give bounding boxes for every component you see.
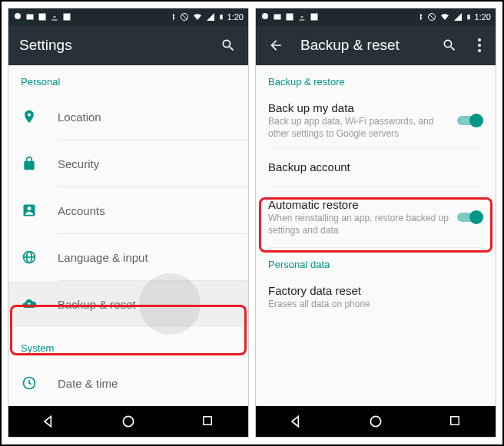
overflow-button[interactable] [474,36,485,55]
toggle-automatic-restore[interactable] [457,210,483,224]
svg-point-13 [123,416,133,426]
status-bar: 1:20 [256,8,496,25]
status-bar: 1:20 [8,8,248,25]
svg-rect-3 [64,14,71,21]
svg-rect-21 [467,15,469,19]
settings-list: Personal Location Security Accounts Lang… [8,65,248,406]
svg-rect-14 [204,417,212,425]
page-title: Settings [19,37,204,54]
lock-icon [21,155,38,172]
clock-icon [21,375,38,391]
mail-icon [25,12,35,21]
row-backup-account[interactable]: Backup account [256,148,496,187]
image-icon [285,12,294,21]
row-label: Date & time [58,377,118,390]
search-icon [220,38,236,53]
section-personal-data: Personal data [256,248,496,276]
status-time: 1:20 [227,12,244,21]
phone-left: 1:20 Settings Personal Location Security… [8,8,249,438]
svg-rect-26 [451,417,459,425]
item-desc: Erases all data on phone [268,299,483,311]
svg-point-23 [478,44,481,47]
row-label: Language & input [58,251,148,264]
row-label: Location [58,111,101,124]
row-automatic-restore[interactable]: Automatic restore When reinstalling an a… [256,187,496,247]
more-vert-icon [478,38,481,52]
section-backup-restore: Backup & restore [256,65,496,94]
item-title: Automatic restore [268,198,457,211]
signal-icon [453,12,463,21]
app-bar: Backup & reset [256,25,496,65]
svg-point-8 [28,206,32,210]
svg-point-24 [478,49,481,52]
row-security[interactable]: Security [8,140,248,187]
nav-bar [8,406,248,437]
nav-back-button[interactable] [41,414,56,429]
svg-rect-16 [274,15,281,20]
svg-rect-2 [39,14,46,21]
svg-point-22 [478,38,481,41]
row-date-time[interactable]: Date & time [8,360,248,406]
nav-back-button[interactable] [288,414,303,429]
item-title: Back up my data [268,101,457,114]
no-sim-icon [427,12,436,21]
hangouts-icon [13,12,22,21]
row-label: Accounts [58,204,105,217]
location-icon [21,108,38,125]
toggle-backup-my-data[interactable] [457,114,483,127]
phone-right: 1:20 Backup & reset Backup & restore Bac… [255,8,496,438]
row-label: Backup & reset [58,298,136,311]
row-language-input[interactable]: Language & input [8,234,248,280]
svg-point-0 [15,13,21,19]
globe-icon [21,249,38,266]
translate-icon [62,12,71,21]
row-factory-reset[interactable]: Factory data reset Erases all data on ph… [256,276,496,319]
touch-ripple [139,273,201,335]
row-backup-reset[interactable]: Backup & reset [8,281,248,327]
battery-icon [466,12,472,21]
search-icon [442,38,457,53]
hangouts-icon [260,12,270,21]
page-title: Backup & reset [300,37,425,54]
status-time: 1:20 [475,12,491,21]
svg-rect-18 [311,14,318,21]
svg-point-25 [370,416,380,426]
search-button[interactable] [440,36,459,55]
person-icon [21,202,38,219]
svg-point-15 [262,13,268,19]
download-icon [50,12,59,21]
row-location[interactable]: Location [8,94,248,140]
nav-recent-button[interactable] [201,414,216,429]
wifi-icon [192,12,203,21]
row-backup-my-data[interactable]: Back up my data Back up app data, Wi-Fi … [256,94,496,147]
battery-icon [218,12,224,21]
translate-icon [310,12,319,21]
app-bar: Settings [8,25,248,65]
no-sim-icon [180,12,189,21]
back-button[interactable] [267,36,285,55]
svg-line-5 [181,15,187,20]
svg-rect-17 [287,14,293,21]
item-title: Backup account [268,160,483,173]
section-personal: Personal [8,65,248,94]
download-icon [297,12,307,21]
mail-icon [273,12,282,21]
item-desc: When reinstalling an app, restore backed… [268,213,457,236]
image-icon [38,12,47,21]
item-title: Factory data reset [268,284,483,297]
nav-recent-button[interactable] [448,414,463,429]
row-accounts[interactable]: Accounts [8,187,248,233]
bluetooth-icon [416,12,424,21]
bluetooth-icon [169,12,177,21]
cloud-upload-icon [21,296,38,312]
svg-rect-1 [27,15,34,20]
nav-home-button[interactable] [121,414,136,429]
signal-icon [206,12,215,21]
nav-bar [256,406,496,437]
row-label: Security [58,157,99,170]
item-desc: Back up app data, Wi-Fi passwords, and o… [268,116,457,140]
nav-home-button[interactable] [368,414,383,429]
arrow-back-icon [268,38,284,53]
search-button[interactable] [219,36,237,55]
section-system: System [8,332,248,360]
